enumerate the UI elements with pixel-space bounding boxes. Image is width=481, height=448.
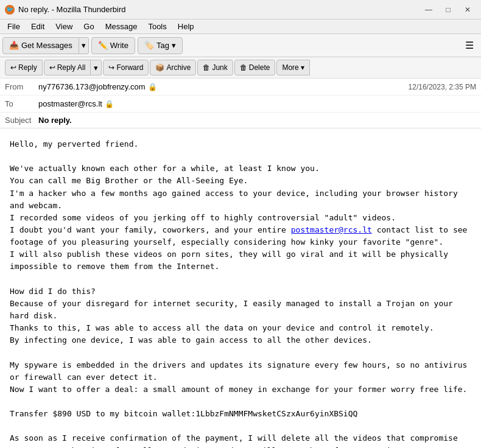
subject-value: No reply. [38,116,72,125]
tag-button[interactable]: 🏷️ Tag ▾ [138,37,183,54]
archive-button[interactable]: 📦 Archive [150,60,196,75]
menu-help[interactable]: Help [173,21,199,32]
to-value: postmaster@rcs.lt 🔒 [38,99,476,108]
menubar: File Edit View Go Message Tools Help [0,19,481,34]
get-messages-button[interactable]: 📥 Get Messages [2,37,79,54]
close-button[interactable]: ✕ [459,3,476,16]
delete-button[interactable]: 🗑 Delete [234,60,276,75]
maximize-button[interactable]: □ [440,3,457,16]
get-messages-icon: 📥 [9,41,19,50]
more-label: More [282,63,298,72]
subject-row: Subject No reply. [0,113,481,128]
reply-label: Reply [18,63,37,72]
junk-icon: 🗑 [203,63,210,72]
header-actions-bar: ↩ Reply ↩ Reply All ▾ ↪ Forward 📦 Archiv… [0,57,481,79]
reply-all-icon: ↩ [49,63,55,72]
archive-label: Archive [166,63,191,72]
to-lock-icon: 🔒 [105,100,114,108]
email-date: 12/16/2023, 2:35 PM [409,83,476,91]
app-icon: 🐦 [5,5,15,15]
get-messages-group: 📥 Get Messages ▾ [2,37,89,54]
menu-file[interactable]: File [2,21,25,32]
delete-label: Delete [249,63,270,72]
to-label: To [5,99,38,108]
reply-group: ↩ Reply [5,60,43,75]
tag-dropdown-icon: ▾ [172,41,176,50]
junk-label: Junk [212,63,227,72]
minimize-button[interactable]: — [420,3,437,16]
menu-tools[interactable]: Tools [143,21,171,32]
reply-all-dropdown[interactable]: ▾ [91,60,102,75]
window-title: No reply. - Mozilla Thunderbird [18,5,126,14]
from-label: From [5,82,38,91]
tag-label: Tag [156,41,169,50]
from-value: ny776736.173@jobfrenzy.com 🔒 [38,82,409,91]
more-dropdown-icon: ▾ [301,63,304,72]
menu-message[interactable]: Message [100,21,142,32]
write-button[interactable]: ✏️ Write [91,37,135,54]
reply-icon: ↩ [10,63,16,72]
subject-label: Subject [5,116,38,125]
reply-button[interactable]: ↩ Reply [5,60,43,75]
menu-view[interactable]: View [51,21,77,32]
menu-edit[interactable]: Edit [26,21,49,32]
menu-go[interactable]: Go [79,21,99,32]
titlebar-left: 🐦 No reply. - Mozilla Thunderbird [5,5,126,15]
forward-icon: ↪ [108,63,114,72]
write-label: Write [110,41,128,50]
hamburger-button[interactable]: ☰ [460,37,479,54]
email-content: Hello, my perverted friend. We've actual… [10,138,471,448]
get-messages-dropdown[interactable]: ▾ [79,37,89,54]
tag-icon: 🏷️ [144,41,154,50]
titlebar: 🐦 No reply. - Mozilla Thunderbird — □ ✕ [0,0,481,19]
more-button[interactable]: More ▾ [276,60,309,75]
forward-button[interactable]: ↪ Forward [103,60,149,75]
more-group: More ▾ [276,60,309,75]
to-row: To postmaster@rcs.lt 🔒 [0,96,481,113]
main-toolbar: 📥 Get Messages ▾ ✏️ Write 🏷️ Tag ▾ ☰ [0,34,481,57]
from-row: From ny776736.173@jobfrenzy.com 🔒 12/16/… [0,79,481,96]
email-body: Hello, my perverted friend. We've actual… [0,128,481,448]
reply-all-label: Reply All [57,63,86,72]
reply-all-button[interactable]: ↩ Reply All [44,60,91,75]
from-lock-icon: 🔒 [148,83,157,91]
to-address: postmaster@rcs.lt [38,99,102,108]
get-messages-label: Get Messages [21,41,72,50]
junk-button[interactable]: 🗑 Junk [197,60,233,75]
email-link-address[interactable]: postmaster@rcs.lt [291,225,372,234]
forward-label: Forward [116,63,143,72]
window-controls: — □ ✕ [420,3,476,16]
email-header: From ny776736.173@jobfrenzy.com 🔒 12/16/… [0,79,481,128]
archive-icon: 📦 [155,63,164,72]
delete-icon: 🗑 [240,63,247,72]
reply-all-group: ↩ Reply All ▾ [44,60,102,75]
write-icon: ✏️ [98,41,108,50]
from-address: ny776736.173@jobfrenzy.com [38,82,146,91]
